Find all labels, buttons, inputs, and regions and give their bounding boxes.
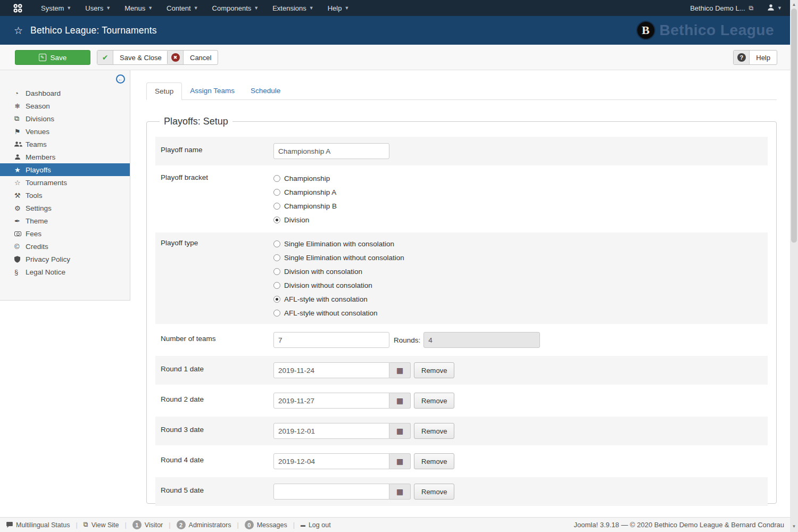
- round-2-row: Round 2 date ▦ Remove: [155, 386, 768, 415]
- save-button[interactable]: ✎ Save: [15, 50, 90, 65]
- view-site-link[interactable]: Bethico Demo L...⧉: [683, 4, 753, 12]
- calendar-button[interactable]: ▦: [389, 362, 411, 378]
- view-site-footer-link[interactable]: ⧉ View Site: [84, 521, 119, 529]
- tab-assign-teams[interactable]: Assign Teams: [182, 82, 243, 99]
- menu-extensions[interactable]: Extensions▼: [265, 4, 321, 12]
- playoff-type-row: Playoff type Single Elimination with con…: [155, 232, 768, 324]
- radio-option-afl-with[interactable]: AFL-style with consolation: [273, 292, 762, 306]
- sidebar-item-settings[interactable]: ⚙Settings: [0, 202, 130, 214]
- round-3-remove-button[interactable]: Remove: [414, 423, 454, 439]
- round-5-date-input[interactable]: [273, 484, 389, 500]
- radio-button-selected[interactable]: [273, 217, 280, 223]
- radio-option-division-with[interactable]: Division with consolation: [273, 264, 762, 278]
- dashboard-icon: ◔: [14, 89, 26, 97]
- sidebar-item-legal-notice[interactable]: §Legal Notice: [0, 265, 130, 278]
- sidebar-item-playoffs[interactable]: ★Playoffs: [0, 163, 130, 176]
- tab-schedule[interactable]: Schedule: [243, 82, 288, 99]
- playoff-name-input[interactable]: [273, 143, 389, 159]
- radio-option-single-elim-without[interactable]: Single Elimination without consolation: [273, 251, 762, 264]
- round-2-date-input[interactable]: [273, 393, 389, 409]
- page-header: ☆ Bethico League: Tournaments B Bethico …: [0, 16, 798, 45]
- menu-users[interactable]: Users▼: [78, 4, 118, 12]
- season-icon: ❄: [14, 102, 26, 110]
- sidebar-item-credits[interactable]: ©Credits: [0, 240, 130, 253]
- cancel-x-icon: ✖: [168, 51, 184, 64]
- round-3-date-input[interactable]: [273, 423, 389, 439]
- calendar-icon: ▦: [396, 396, 403, 405]
- sidebar-item-tools[interactable]: ⚒Tools: [0, 189, 130, 202]
- comment-icon: [6, 522, 13, 528]
- sidebar-item-fees[interactable]: Fees: [0, 227, 130, 240]
- admin-navbar: System▼ Users▼ Menus▼ Content▼ Component…: [0, 0, 798, 16]
- playoff-name-row: Playoff name: [155, 137, 768, 165]
- radio-button[interactable]: [273, 203, 280, 210]
- sidebar-item-dashboard[interactable]: ◔Dashboard: [0, 87, 130, 99]
- radio-button[interactable]: [273, 240, 280, 247]
- sidebar-item-tournaments[interactable]: ☆Tournaments: [0, 176, 130, 189]
- menu-help[interactable]: Help▼: [321, 4, 356, 12]
- brand-logo-icon: B: [636, 21, 655, 40]
- calendar-button[interactable]: ▦: [389, 484, 411, 500]
- round-4-remove-button[interactable]: Remove: [414, 453, 454, 469]
- administrators-counter[interactable]: 2 Administrators: [177, 520, 231, 529]
- calendar-button[interactable]: ▦: [389, 423, 411, 439]
- calendar-button[interactable]: ▦: [389, 453, 411, 469]
- joomla-logo-icon: [13, 4, 22, 13]
- scroll-up-arrow-icon[interactable]: ▲: [790, 2, 798, 7]
- round-3-row: Round 3 date ▦ Remove: [155, 417, 768, 445]
- menu-content[interactable]: Content▼: [160, 4, 205, 12]
- radio-option-championship[interactable]: Championship: [273, 171, 762, 185]
- sidebar-collapse-button[interactable]: ←: [116, 74, 125, 84]
- round-5-remove-button[interactable]: Remove: [414, 484, 454, 500]
- radio-button[interactable]: [273, 310, 280, 317]
- number-of-teams-input[interactable]: [273, 332, 389, 348]
- calendar-button[interactable]: ▦: [389, 393, 411, 409]
- round-1-remove-button[interactable]: Remove: [414, 362, 454, 378]
- radio-option-single-elim-with[interactable]: Single Elimination with consolation: [273, 237, 762, 251]
- brand-name: Bethico League: [660, 22, 774, 39]
- radio-option-division[interactable]: Division: [273, 213, 762, 227]
- menu-system[interactable]: System▼: [34, 4, 78, 12]
- radio-option-division-without[interactable]: Division without consolation: [273, 278, 762, 292]
- brand: B Bethico League: [636, 21, 774, 40]
- sidebar-item-teams[interactable]: Teams: [0, 138, 130, 151]
- visitor-counter[interactable]: 1 Visitor: [132, 520, 163, 529]
- menu-menus[interactable]: Menus▼: [118, 4, 160, 12]
- radio-option-afl-without[interactable]: AFL-style without consolation: [273, 306, 762, 320]
- tab-setup[interactable]: Setup: [146, 82, 182, 100]
- calendar-icon: ▦: [396, 457, 403, 466]
- radio-option-championship-a[interactable]: Championship A: [273, 185, 762, 199]
- sidebar-item-divisions[interactable]: ⧉Divisions: [0, 112, 130, 125]
- radio-button[interactable]: [273, 282, 280, 289]
- sidebar-item-venues[interactable]: ⚑Venues: [0, 125, 130, 138]
- messages-counter[interactable]: 0 Messages: [245, 520, 287, 529]
- radio-button[interactable]: [273, 189, 280, 196]
- radio-button-selected[interactable]: [273, 296, 280, 303]
- radio-button[interactable]: [273, 254, 280, 261]
- round-1-date-input[interactable]: [273, 362, 389, 378]
- sidebar-item-theme[interactable]: ✒Theme: [0, 214, 130, 227]
- round-4-date-input[interactable]: [273, 453, 389, 469]
- venues-icon: ⚑: [14, 128, 26, 136]
- credits-icon: ©: [14, 243, 26, 251]
- round-2-remove-button[interactable]: Remove: [414, 393, 454, 409]
- radio-option-championship-b[interactable]: Championship B: [273, 199, 762, 213]
- check-icon: ✔: [97, 51, 113, 64]
- user-menu[interactable]: ▼: [767, 4, 782, 13]
- vertical-scrollbar[interactable]: ▲ ▼: [790, 0, 798, 532]
- sidebar-item-members[interactable]: Members: [0, 151, 130, 163]
- scrollbar-thumb[interactable]: [791, 9, 797, 243]
- multilingual-status-link[interactable]: Multilingual Status: [6, 521, 70, 529]
- radio-button[interactable]: [273, 175, 280, 182]
- sidebar-item-season[interactable]: ❄Season: [0, 99, 130, 112]
- number-of-teams-label: Number of teams: [161, 332, 273, 348]
- favorite-star-icon[interactable]: ☆: [14, 24, 23, 37]
- scroll-down-arrow-icon[interactable]: ▼: [790, 524, 798, 529]
- save-close-button[interactable]: ✔ Save & Close: [97, 50, 169, 65]
- log-out-link[interactable]: ▬ Log out: [301, 521, 331, 529]
- cancel-button[interactable]: ✖ Cancel: [167, 50, 218, 65]
- menu-components[interactable]: Components▼: [205, 4, 266, 12]
- sidebar-item-privacy-policy[interactable]: Privacy Policy: [0, 253, 130, 265]
- help-button[interactable]: ? Help: [733, 50, 777, 65]
- radio-button[interactable]: [273, 268, 280, 275]
